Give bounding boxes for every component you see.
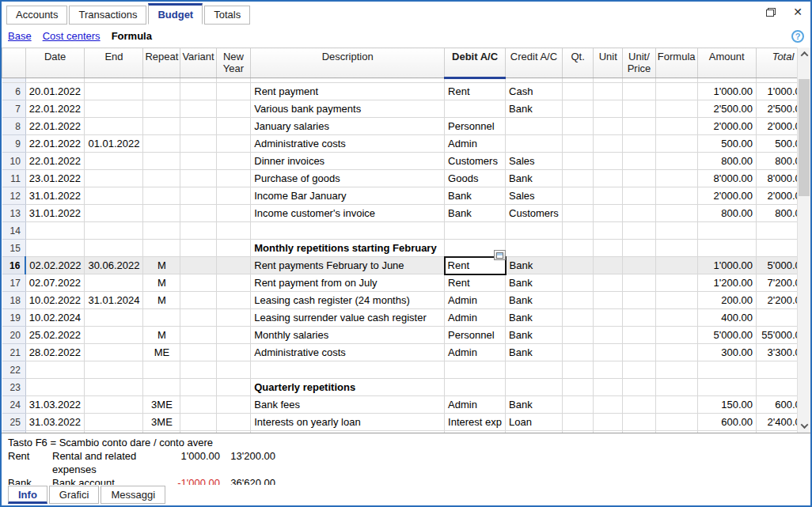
cell-newyear[interactable]	[216, 309, 251, 327]
cell-amount[interactable]	[697, 240, 757, 257]
cell-variant[interactable]	[180, 187, 216, 205]
cell-unitprice[interactable]	[623, 327, 656, 344]
cell-credit[interactable]: Bank	[506, 309, 563, 327]
cell-amount[interactable]: 600.00	[697, 414, 757, 431]
cell-debit[interactable]	[445, 100, 506, 118]
cell-formula[interactable]	[655, 205, 697, 222]
cell-variant[interactable]	[180, 361, 216, 379]
cell-unitprice[interactable]	[623, 344, 656, 361]
cell-unitprice[interactable]	[623, 205, 656, 222]
cell-repeat[interactable]	[143, 170, 180, 187]
cell-formula[interactable]	[655, 153, 697, 170]
cell-credit[interactable]: Bank	[506, 396, 563, 414]
cell-variant[interactable]	[180, 118, 216, 135]
cell-credit[interactable]: Sales	[506, 187, 563, 205]
cell-end[interactable]	[85, 100, 143, 118]
row-number[interactable]: 17	[2, 274, 26, 292]
cell-date[interactable]: 31.01.2022	[25, 187, 85, 205]
cell-repeat[interactable]	[143, 135, 180, 153]
cell-qt[interactable]	[562, 153, 593, 170]
cell-date[interactable]	[25, 240, 85, 257]
cell-unitprice[interactable]	[623, 257, 656, 274]
cell-repeat[interactable]: M	[143, 274, 180, 292]
bottom-tab-grafici[interactable]: Grafici	[49, 486, 100, 504]
cell-amount[interactable]	[697, 379, 757, 396]
cell-end[interactable]	[85, 222, 143, 240]
cell-repeat[interactable]	[143, 361, 180, 379]
cell-amount[interactable]: 1'200.00	[697, 274, 757, 292]
cell-credit[interactable]: Customers	[506, 205, 563, 222]
cell-amount[interactable]: 5'000.00	[697, 327, 757, 344]
cell-unit[interactable]	[594, 257, 623, 274]
cell-amount[interactable]: 800.00	[697, 153, 757, 170]
cell-date[interactable]: 02.07.2022	[25, 274, 85, 292]
cell-variant[interactable]	[180, 170, 216, 187]
column-header-row-number[interactable]	[2, 48, 26, 78]
cell-qt[interactable]	[562, 327, 593, 344]
column-header-date[interactable]: Date	[25, 48, 85, 78]
restore-window-icon[interactable]	[763, 5, 779, 19]
row-number[interactable]: 13	[2, 205, 26, 222]
cell-newyear[interactable]	[216, 292, 251, 309]
cell-desc[interactable]: Rent payment	[251, 83, 445, 100]
cell-repeat[interactable]: M	[143, 327, 180, 344]
cell-formula[interactable]	[655, 361, 697, 379]
cell-newyear[interactable]	[216, 257, 251, 274]
cell-variant[interactable]	[180, 240, 216, 257]
cell-formula[interactable]	[655, 222, 697, 240]
cell-newyear[interactable]	[216, 361, 251, 379]
column-header-newyear[interactable]: New Year	[216, 48, 251, 78]
cell-date[interactable]: 10.02.2024	[25, 309, 85, 327]
cell-desc[interactable]: Leasing cash register (24 months)	[251, 292, 445, 309]
cell-qt[interactable]	[562, 414, 593, 431]
row-number[interactable]: 25	[2, 414, 26, 431]
cell-credit[interactable]: Bank	[506, 170, 563, 187]
cell-desc[interactable]: Various bank payments	[251, 100, 445, 118]
cell-unitprice[interactable]	[623, 274, 656, 292]
cell-unit[interactable]	[594, 170, 623, 187]
cell-newyear[interactable]	[216, 240, 251, 257]
cell-formula[interactable]	[655, 309, 697, 327]
cell-amount[interactable]: 1'000.00	[697, 83, 757, 100]
cell-unit[interactable]	[594, 327, 623, 344]
cell-debit[interactable]: Admin	[445, 309, 506, 327]
row-number[interactable]: 9	[2, 135, 26, 153]
cell-formula[interactable]	[655, 83, 697, 100]
cell-debit[interactable]: Goods	[445, 170, 506, 187]
cell-debit[interactable]	[445, 361, 506, 379]
cell-qt[interactable]	[562, 240, 593, 257]
cell-date[interactable]: 25.02.2022	[25, 327, 85, 344]
cell-formula[interactable]	[655, 414, 697, 431]
cell-desc[interactable]: Monthly salaries	[251, 327, 445, 344]
cell-repeat[interactable]	[143, 100, 180, 118]
tab-budget[interactable]: Budget	[148, 3, 203, 25]
cell-newyear[interactable]	[216, 187, 251, 205]
cell-variant[interactable]	[180, 257, 216, 274]
cell-repeat[interactable]: M	[143, 257, 180, 274]
cell-credit[interactable]: Bank	[506, 100, 563, 118]
row-number[interactable]: 12	[2, 187, 26, 205]
scroll-down-icon[interactable]	[798, 419, 810, 433]
cell-formula[interactable]	[655, 396, 697, 414]
cell-unitprice[interactable]	[623, 361, 656, 379]
cell-qt[interactable]	[562, 187, 593, 205]
cell-end[interactable]: 30.06.2022	[85, 257, 143, 274]
cell-qt[interactable]	[562, 100, 593, 118]
row-number[interactable]: 20	[2, 327, 26, 344]
cell-unit[interactable]	[594, 153, 623, 170]
cell-date[interactable]: 31.03.2022	[25, 414, 85, 431]
cell-qt[interactable]	[562, 83, 593, 100]
cell-unit[interactable]	[594, 292, 623, 309]
cell-unit[interactable]	[594, 222, 623, 240]
cell-qt[interactable]	[562, 292, 593, 309]
row-number[interactable]: 8	[2, 118, 26, 135]
cell-date[interactable]	[25, 222, 85, 240]
cell-newyear[interactable]	[216, 327, 251, 344]
cell-formula[interactable]	[655, 187, 697, 205]
column-header-variant[interactable]: Variant	[180, 48, 216, 78]
cell-qt[interactable]	[562, 135, 593, 153]
cell-newyear[interactable]	[216, 414, 251, 431]
cell-date[interactable]: 22.01.2022	[25, 100, 85, 118]
scroll-up-icon[interactable]	[798, 47, 810, 61]
row-number[interactable]: 15	[2, 240, 26, 257]
